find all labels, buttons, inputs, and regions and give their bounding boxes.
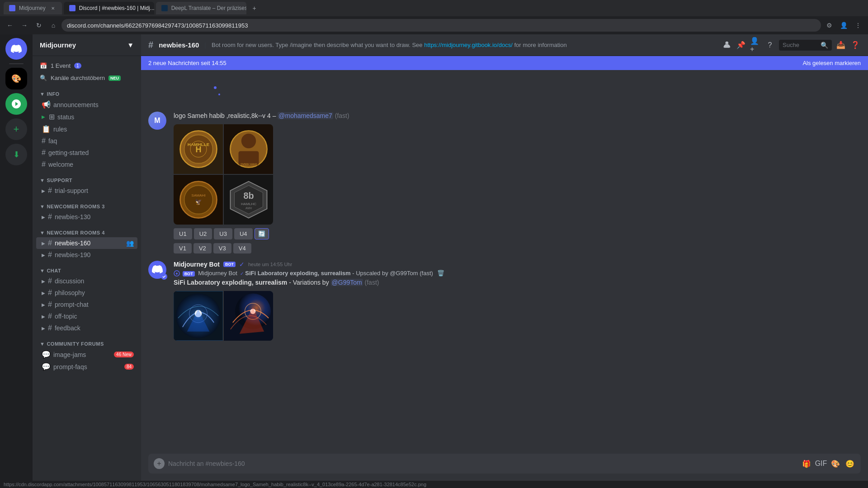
image-cell-4[interactable]: 8b HAMLHC AMH — [224, 175, 273, 225]
message-text-2: SiFi Laboratory exploding, surrealism - … — [174, 278, 861, 287]
image-cell-1[interactable]: HAMHLLE H — [174, 124, 223, 174]
upscale-prompt: SiFi Laboratory exploding, surrealism — [245, 270, 350, 277]
channel-name-prompt-chat: prompt-chat — [55, 301, 89, 308]
channel-prompt-chat[interactable]: ▶ # prompt-chat — [36, 299, 137, 310]
category-newcomer4[interactable]: ▼ NEWCOMER ROOMS 4 — [33, 223, 141, 237]
members-button[interactable] — [721, 40, 732, 51]
channel-image-jams[interactable]: 💬 image-jams 46 New — [36, 348, 137, 361]
scifi-cell-2[interactable] — [224, 291, 273, 341]
channel-newbies-190[interactable]: ▶ # newbies-190 — [36, 249, 137, 261]
help-button[interactable]: ? — [764, 40, 775, 51]
channel-discussion[interactable]: ▶ # discussion — [36, 275, 137, 287]
bot-badge-inline: BOT — [183, 271, 195, 277]
status-url: https://cdn.discordapp.com/attachments/1… — [4, 482, 426, 487]
channel-prompt-faqs[interactable]: 💬 prompt-faqs 84 — [36, 361, 137, 373]
category-community[interactable]: ▼ COMMUNITY FORUMS — [33, 334, 141, 348]
refresh-button[interactable]: ↻ — [33, 19, 45, 32]
attach-button[interactable]: + — [154, 458, 165, 469]
discord-home-button[interactable] — [5, 38, 27, 60]
header-link[interactable]: https://midjourney.gitbook.io/docs/ — [424, 42, 514, 48]
channel-name-rules: rules — [53, 126, 67, 133]
image-cell-3[interactable]: SAMAHI 🦅 — [174, 175, 223, 225]
svg-text:SAMAHI: SAMAHI — [191, 193, 205, 197]
channel-newbies-130[interactable]: ▶ # newbies-130 — [36, 211, 137, 223]
message-input[interactable] — [168, 460, 797, 467]
forward-button[interactable]: → — [18, 19, 31, 32]
u2-button[interactable]: U2 — [194, 228, 212, 239]
search-bar[interactable]: 🔍 — [779, 40, 832, 51]
hash-icon-gs: # — [42, 149, 46, 157]
member-icon-160: 👥 — [126, 239, 134, 247]
image-cell-2[interactable]: SMMH HAHI — [224, 124, 273, 174]
channel-name-prompt-faqs: prompt-faqs — [53, 363, 87, 371]
new-tab-button[interactable]: + — [248, 2, 261, 14]
browser-tab-mj[interactable]: Midjourney ✕ — [4, 2, 62, 14]
server-icon-green[interactable] — [5, 93, 27, 115]
event-badge: 1 — [74, 63, 81, 69]
event-item[interactable]: 📅 1 Event 1 — [33, 60, 141, 72]
v1-button[interactable]: V1 — [174, 243, 192, 253]
profile-button[interactable]: 👤 — [837, 19, 850, 32]
channel-faq[interactable]: # faq — [36, 135, 137, 147]
svg-text:SMMH HAHI: SMMH HAHI — [240, 163, 256, 166]
pin-button[interactable]: 📌 — [736, 40, 746, 51]
add-server-button[interactable]: + — [5, 118, 27, 140]
channel-rules[interactable]: 📋 rules — [36, 123, 137, 135]
u4-button[interactable]: U4 — [234, 228, 253, 239]
help2-button[interactable]: ❓ — [850, 40, 861, 51]
v2-button[interactable]: V2 — [193, 243, 212, 253]
channel-getting-started[interactable]: # getting-started — [36, 147, 137, 159]
gif-icon[interactable]: GIF — [816, 458, 826, 469]
channel-status[interactable]: ▶ ⊞ status — [36, 111, 137, 123]
v4-button[interactable]: V4 — [233, 243, 251, 253]
server-header[interactable]: Midjourney ▼ — [33, 34, 141, 56]
download-button[interactable]: ⬇ — [5, 144, 27, 165]
browser-tab-discord[interactable]: Discord | #newbies-160 | Midj... ✕ — [64, 2, 154, 14]
address-bar[interactable]: discord.com/channels/662267976984297473/… — [61, 19, 821, 32]
scifi-cell-1[interactable] — [174, 291, 223, 341]
u1-button[interactable]: U1 — [174, 228, 192, 239]
channel-off-topic[interactable]: ▶ # off-topic — [36, 310, 137, 322]
u3-button[interactable]: U3 — [214, 228, 232, 239]
browse-channels-button[interactable]: 🔍 Kanäle durchstöbern NEU — [33, 72, 141, 84]
sticker-icon[interactable]: 🎨 — [830, 458, 841, 469]
upscale-by-text: - Upscaled by — [352, 270, 390, 277]
forum-icon-imagejams: 💬 — [42, 350, 51, 359]
channel-hash-icon: # — [148, 40, 153, 50]
emoji-icon[interactable]: 😊 — [844, 458, 855, 469]
upscale-speed: (fast) — [420, 270, 433, 277]
tab-favicon-mj — [9, 5, 15, 11]
extensions-button[interactable]: ⚙ — [823, 19, 835, 32]
category-arrow-community: ▼ — [40, 341, 45, 347]
svg-text:AMH: AMH — [245, 206, 252, 209]
channel-announcements[interactable]: 📢 announcements — [36, 99, 137, 111]
channel-welcome[interactable]: # welcome — [36, 159, 137, 170]
server-icon-midjourney[interactable]: 🎨 — [5, 68, 27, 89]
delete-icon[interactable]: 🗑️ — [437, 270, 444, 277]
gift-icon[interactable]: 🎁 — [801, 458, 812, 469]
menu-button[interactable]: ⋮ — [852, 19, 864, 32]
category-support[interactable]: ▼ SUPPORT — [33, 170, 141, 185]
home-button[interactable]: ⌂ — [47, 19, 60, 32]
search-input[interactable] — [783, 42, 819, 48]
channel-philosophy[interactable]: ▶ # philosophy — [36, 287, 137, 299]
add-members-button[interactable]: 👤+ — [750, 40, 761, 51]
channel-feedback[interactable]: ▶ # feedback — [36, 322, 137, 334]
channel-trial-support[interactable]: ▶ # trial-support — [36, 185, 137, 197]
category-newcomer3[interactable]: ▼ NEWCOMER ROOMS 3 — [33, 197, 141, 211]
channel-header-name: newbies-160 — [159, 41, 199, 49]
inbox-button[interactable]: 📥 — [835, 40, 846, 51]
category-info[interactable]: ▼ INFO — [33, 84, 141, 99]
mark-read-button[interactable]: Als gelesen markieren — [802, 60, 861, 66]
v3-button[interactable]: V3 — [213, 243, 231, 253]
category-chat[interactable]: ▼ CHAT — [33, 261, 141, 275]
category-label-newcomer3: NEWCOMER ROOMS 3 — [47, 204, 104, 209]
back-button[interactable]: ← — [4, 19, 16, 32]
variation-by: @G99Tom — [331, 279, 363, 286]
tab-close-mj[interactable]: ✕ — [49, 5, 57, 12]
prompt-mention: @mohamedsame7 — [278, 112, 333, 119]
channel-newbies-160[interactable]: ▶ # newbies-160 👥 — [36, 237, 137, 249]
browser-nav: ← → ↻ ⌂ discord.com/channels/66226797698… — [0, 16, 868, 34]
browser-tab-deepl[interactable]: DeepL Translate – Der präziseste... ✕ — [156, 2, 246, 14]
refresh-button-1[interactable]: 🔄 — [255, 228, 269, 239]
